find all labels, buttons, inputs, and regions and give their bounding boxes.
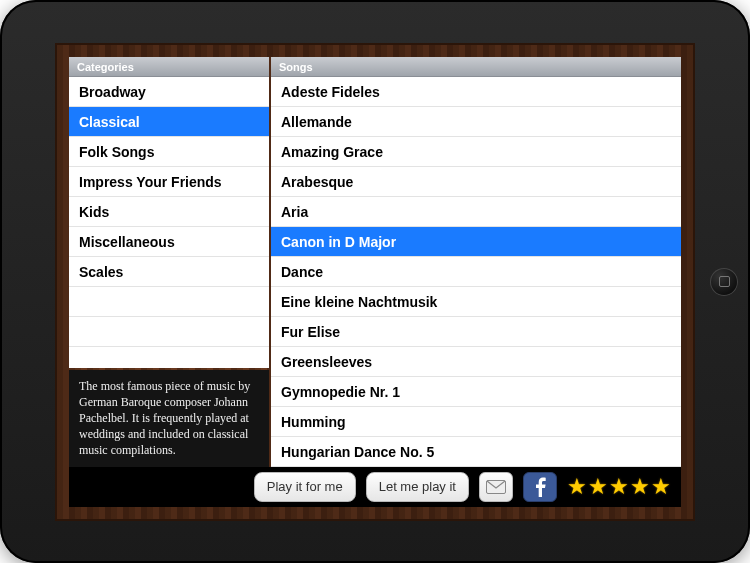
category-row[interactable]: Folk Songs xyxy=(69,137,269,167)
song-row[interactable]: Allemande xyxy=(271,107,681,137)
ipad-frame: Categories BroadwayClassicalFolk SongsIm… xyxy=(0,0,750,563)
song-description: The most famous piece of music by German… xyxy=(69,370,269,467)
rating-stars[interactable]: ★★★★★ xyxy=(567,476,671,498)
category-row-empty xyxy=(69,287,269,317)
star-icon[interactable]: ★ xyxy=(567,476,587,498)
category-row-empty xyxy=(69,347,269,368)
song-row[interactable]: Greensleeves xyxy=(271,347,681,377)
facebook-button[interactable] xyxy=(523,472,557,502)
category-row[interactable]: Miscellaneous xyxy=(69,227,269,257)
let-me-play-button[interactable]: Let me play it xyxy=(366,472,469,502)
category-row[interactable]: Kids xyxy=(69,197,269,227)
song-row[interactable]: Gymnopedie Nr. 1 xyxy=(271,377,681,407)
categories-panel: Categories BroadwayClassicalFolk SongsIm… xyxy=(69,57,269,368)
app-surface: Categories BroadwayClassicalFolk SongsIm… xyxy=(55,43,695,521)
song-row[interactable]: Dance xyxy=(271,257,681,287)
song-row[interactable]: Canon in D Major xyxy=(271,227,681,257)
facebook-icon xyxy=(534,477,546,497)
main-panels: Categories BroadwayClassicalFolk SongsIm… xyxy=(69,57,681,467)
song-row[interactable]: Humming xyxy=(271,407,681,437)
star-icon[interactable]: ★ xyxy=(609,476,629,498)
song-row[interactable]: Hungarian Dance No. 5 xyxy=(271,437,681,467)
song-row[interactable]: Amazing Grace xyxy=(271,137,681,167)
play-it-button[interactable]: Play it for me xyxy=(254,472,356,502)
song-row[interactable]: Aria xyxy=(271,197,681,227)
songs-header: Songs xyxy=(271,57,681,77)
songs-list: Adeste FidelesAllemandeAmazing GraceArab… xyxy=(271,77,681,467)
mail-button[interactable] xyxy=(479,472,513,502)
home-button[interactable] xyxy=(710,268,738,296)
toolbar: Play it for me Let me play it ★★★★★ xyxy=(69,467,681,507)
song-row[interactable]: Fur Elise xyxy=(271,317,681,347)
category-row-empty xyxy=(69,317,269,347)
mail-icon xyxy=(486,480,506,494)
song-row[interactable]: Arabesque xyxy=(271,167,681,197)
category-row[interactable]: Broadway xyxy=(69,77,269,107)
star-icon[interactable]: ★ xyxy=(588,476,608,498)
category-row[interactable]: Classical xyxy=(69,107,269,137)
category-row[interactable]: Scales xyxy=(69,257,269,287)
categories-header: Categories xyxy=(69,57,269,77)
categories-list: BroadwayClassicalFolk SongsImpress Your … xyxy=(69,77,269,368)
star-icon[interactable]: ★ xyxy=(651,476,671,498)
song-row[interactable]: Adeste Fideles xyxy=(271,77,681,107)
songs-panel: Songs Adeste FidelesAllemandeAmazing Gra… xyxy=(271,57,681,467)
category-row[interactable]: Impress Your Friends xyxy=(69,167,269,197)
left-stack: Categories BroadwayClassicalFolk SongsIm… xyxy=(69,57,269,467)
song-row[interactable]: Eine kleine Nachtmusik xyxy=(271,287,681,317)
star-icon[interactable]: ★ xyxy=(630,476,650,498)
